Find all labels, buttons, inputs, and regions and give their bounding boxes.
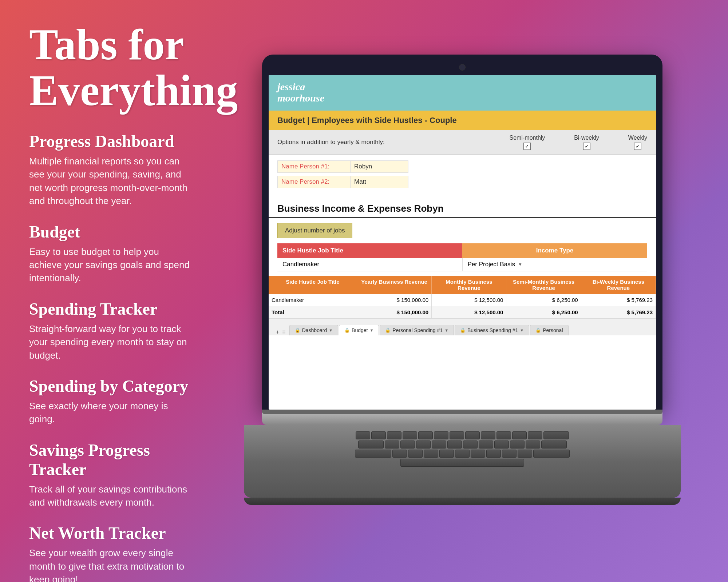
- dt-cell-total-yearly: $ 150,000.00: [357, 306, 432, 318]
- side-hustle-data-row: Candlemaker Per Project Basis ▼: [277, 258, 647, 271]
- adjust-number-of-jobs-button[interactable]: Adjust number of jobs: [277, 223, 352, 238]
- key: [465, 431, 480, 439]
- lock-icon-budget: 🔒: [344, 328, 350, 333]
- key: [486, 450, 501, 458]
- sh-cell-job[interactable]: Candlemaker: [277, 258, 463, 271]
- sh-cell-income-type[interactable]: Per Project Basis ▼: [463, 258, 648, 271]
- tab-business-spending-1[interactable]: 🔒 Business Spending #1 ▼: [455, 325, 529, 335]
- name-person2-value[interactable]: Matt: [350, 176, 408, 188]
- dt-cell-total-bi-weekly: $ 5,769.23: [581, 306, 656, 318]
- key: [496, 431, 511, 439]
- dt-header-bi-weekly: Bi-Weekly Business Revenue: [581, 276, 656, 294]
- dt-cell-yearly-0: $ 150,000.00: [357, 294, 432, 306]
- feature-title-5: Net Worth Tracker: [29, 523, 193, 543]
- laptop-camera-bar: [269, 61, 656, 75]
- checkbox-bi-weekly: Bi-weekly ✓: [574, 135, 599, 150]
- data-table-row-0: Candlemaker $ 150,000.00 $ 12,500.00 $ 6…: [269, 294, 656, 306]
- key: [481, 431, 495, 439]
- lock-icon-personal: 🔒: [535, 328, 541, 333]
- feature-title-2: Spending Tracker: [29, 299, 193, 319]
- laptop-hinge: [262, 410, 662, 414]
- laptop-keyboard-area: [244, 425, 681, 498]
- main-title: Tabs for Everything: [29, 22, 193, 113]
- spreadsheet: jessica moorhouse Budget | Employees wit…: [269, 75, 656, 410]
- dt-cell-semi-monthly-0: $ 6,250.00: [506, 294, 581, 306]
- name-person1-value[interactable]: Robyn: [350, 160, 408, 173]
- key: [447, 441, 462, 449]
- keyboard-rows: [251, 428, 673, 470]
- key: [355, 450, 391, 458]
- tab-dashboard[interactable]: 🔒 Dashboard ▼: [289, 325, 338, 335]
- key: [541, 441, 567, 449]
- dropdown-icon-budget: ▼: [369, 328, 373, 332]
- feature-section-3: Spending by Category See exactly where y…: [29, 376, 193, 426]
- tab-personal[interactable]: 🔒 Personal: [530, 325, 568, 335]
- key: [434, 431, 448, 439]
- key: [358, 441, 384, 449]
- feature-title-0: Progress Dashboard: [29, 132, 193, 151]
- key: [450, 431, 464, 439]
- feature-title-4: Savings Progress Tracker: [29, 441, 193, 479]
- key: [463, 441, 478, 449]
- key-row-1: [258, 431, 666, 439]
- dt-header-monthly: Monthly Business Revenue: [432, 276, 506, 294]
- plus-icon[interactable]: +: [276, 329, 279, 335]
- sheet-options-row: Options in addition to yearly & monthly:…: [269, 130, 656, 155]
- key: [371, 431, 386, 439]
- key: [543, 431, 569, 439]
- key: [403, 431, 417, 439]
- feature-title-1: Budget: [29, 222, 193, 242]
- laptop-screen-outer: jessica moorhouse Budget | Employees wit…: [262, 55, 662, 410]
- laptop-base: [262, 410, 662, 425]
- data-table-header: Side Hustle Job Title Yearly Business Re…: [269, 276, 656, 294]
- dt-header-job: Side Hustle Job Title: [269, 276, 357, 294]
- feature-desc-3: See exactly where your money is going.: [29, 399, 193, 426]
- dt-cell-total-monthly: $ 12,500.00: [432, 306, 506, 318]
- sh-header-col2: Income Type: [462, 243, 647, 258]
- sheet-title-row: Budget | Employees with Side Hustles - C…: [269, 111, 656, 130]
- dt-cell-bi-weekly-0: $ 5,769.23: [581, 294, 656, 306]
- list-icon[interactable]: ≡: [282, 329, 285, 335]
- data-table-total-row: Total $ 150,000.00 $ 12,500.00 $ 6,250.0…: [269, 306, 656, 319]
- name-row-2: Name Person #2: Matt: [277, 176, 647, 188]
- dt-cell-total-semi-monthly: $ 6,250.00: [506, 306, 581, 318]
- key: [510, 441, 525, 449]
- key: [533, 450, 570, 458]
- key: [518, 450, 532, 458]
- feature-desc-2: Straight-forward way for you to track yo…: [29, 322, 193, 362]
- name-row-1: Name Person #1: Robyn: [277, 160, 647, 173]
- lock-icon-dashboard: 🔒: [295, 328, 300, 333]
- key: [387, 431, 401, 439]
- sheet-logo: jessica moorhouse: [277, 81, 324, 104]
- key-row-4: [258, 459, 666, 467]
- feature-section-1: Budget Easy to use budget to help you ac…: [29, 222, 193, 285]
- dropdown-icon-business-spending-1: ▼: [520, 328, 524, 332]
- key: [502, 450, 517, 458]
- key: [392, 450, 407, 458]
- laptop-bottom-edge: [244, 498, 681, 505]
- main-container: Tabs for Everything Progress Dashboard M…: [0, 0, 728, 582]
- key: [385, 441, 399, 449]
- left-panel: Tabs for Everything Progress Dashboard M…: [0, 0, 211, 582]
- spacebar-key: [400, 459, 524, 467]
- right-panel: jessica moorhouse Budget | Employees wit…: [211, 0, 728, 582]
- key: [432, 441, 446, 449]
- key-row-2: [258, 441, 666, 449]
- options-checkboxes: Semi-monthly ✓ Bi-weekly ✓ Weekly ✓: [510, 135, 647, 150]
- key: [424, 450, 438, 458]
- laptop-screen: jessica moorhouse Budget | Employees wit…: [269, 75, 656, 410]
- checkbox-weekly: Weekly ✓: [628, 135, 647, 150]
- tab-controls: + ≡: [273, 329, 289, 335]
- feature-desc-4: Track all of your savings contributions …: [29, 483, 193, 509]
- tab-budget[interactable]: 🔒 Budget ▼: [339, 325, 379, 335]
- key: [408, 450, 423, 458]
- lock-icon-personal-spending-1: 🔒: [385, 328, 391, 333]
- adjust-btn-row: Adjust number of jobs: [269, 218, 656, 243]
- key: [416, 441, 431, 449]
- business-section-title: Business Income & Expenses Robyn: [269, 197, 656, 218]
- key: [471, 450, 485, 458]
- checkbox-semi-monthly: Semi-monthly ✓: [510, 135, 545, 150]
- feature-desc-0: Multiple financial reports so you can se…: [29, 155, 193, 208]
- key: [439, 450, 454, 458]
- tab-personal-spending-1[interactable]: 🔒 Personal Spending #1 ▼: [380, 325, 454, 335]
